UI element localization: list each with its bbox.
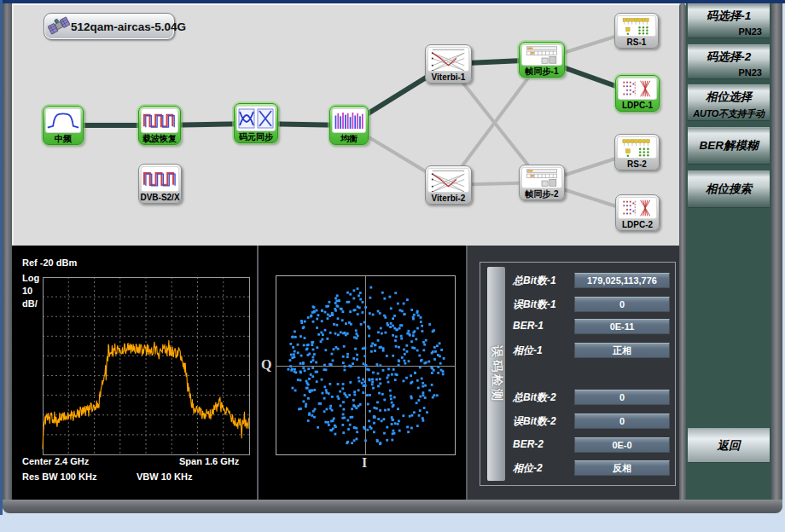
ber-row-value: 反相 <box>574 460 670 476</box>
node-frame-sync-2[interactable]: 帧同步-2 <box>519 165 565 200</box>
ber-row-phase-1: 相位-1 正相 <box>513 343 670 358</box>
button-label: 相位搜索 <box>688 171 770 197</box>
sidebar-button-code-select-2[interactable]: 码选择-2 PN23 <box>688 44 770 79</box>
node-equalizer[interactable]: 均衡 <box>329 106 369 145</box>
button-sub-label: AUTO不支持手动 <box>688 105 770 120</box>
ber-title-bar: 误码检测 <box>487 267 505 481</box>
button-label: BER解模糊 <box>688 128 770 153</box>
log-label: Log <box>22 273 39 283</box>
ber-row-label: BER-1 <box>513 320 544 332</box>
app-window: 512qam-aircas-5.04G 中频 载波恢复 码元同步 <box>0 0 785 532</box>
button-label: 返回 <box>688 429 770 454</box>
node-label: 码元同步 <box>239 131 273 142</box>
sidebar-button-code-select-1[interactable]: 码选择-1 PN23 <box>688 3 770 38</box>
trellis-icon <box>427 168 469 193</box>
vbw-label: VBW 10 KHz <box>137 471 192 482</box>
spectrum-panel: Ref -20 dBm Log 10 dB/ Center 2.4 GHz Sp… <box>12 246 257 500</box>
node-label: DVB-S2/X <box>140 192 179 203</box>
rbw-label: Res BW 100 KHz <box>22 471 96 482</box>
spectrum-trace <box>43 340 249 449</box>
node-label: RS-2 <box>627 159 647 170</box>
if-spectrum-icon <box>45 108 81 133</box>
node-label: 帧同步-1 <box>526 66 559 77</box>
node-label: Viterbi-2 <box>432 193 466 204</box>
signal-source-label: 512qam-aircas-5.04G <box>71 20 186 33</box>
button-sub-label: PN23 <box>688 65 770 78</box>
button-label: 码选择-2 <box>688 45 770 65</box>
node-label: 中频 <box>55 133 72 144</box>
span-label: Span 1.6 GHz <box>179 456 239 466</box>
q-axis-label: Q <box>261 357 271 373</box>
sidebar-button-phase-select[interactable]: 相位选择 AUTO不支持手动 <box>688 84 770 121</box>
center-freq-label: Center 2.4 GHz <box>22 456 89 466</box>
node-if[interactable]: 中频 <box>43 106 84 145</box>
sidebar-button-ber-deambiguity[interactable]: BER解模糊 <box>688 127 770 165</box>
node-rs-2[interactable]: RS-2 <box>614 134 660 171</box>
ber-row-ber-2: BER-2 0E-0 <box>513 437 670 453</box>
sidebar: 码选择-1 PN23 码选择-2 PN23 相位选择 AUTO不支持手动 BER… <box>686 3 771 500</box>
sidebar-frame-divider <box>679 3 686 500</box>
rs-decoder-icon <box>617 15 656 37</box>
i-axis-label: I <box>362 455 367 471</box>
sidebar-button-back[interactable]: 返回 <box>688 428 770 463</box>
ber-row-error-bits-2: 误Bit数-2 0 <box>513 413 670 429</box>
ber-row-error-bits-1: 误Bit数-1 0 <box>513 297 670 312</box>
eye-diagram-icon <box>236 106 276 131</box>
node-ldpc-2[interactable]: LDPC-2 <box>615 194 660 231</box>
node-label: 载波恢复 <box>142 133 177 144</box>
node-label: LDPC-2 <box>622 219 653 230</box>
node-viterbi-1[interactable]: Viterbi-1 <box>425 44 472 84</box>
node-ldpc-1[interactable]: LDPC-1 <box>615 75 660 112</box>
node-label: LDPC-1 <box>622 100 653 111</box>
frame-sync-icon <box>521 44 562 66</box>
window-frame-left <box>3 3 12 512</box>
ber-row-label: 相位-2 <box>513 461 543 476</box>
ber-row-value: 0 <box>574 390 670 405</box>
satellite-icon <box>48 15 70 38</box>
ber-row-label: 相位-1 <box>513 344 543 358</box>
per-div-label: dB/ <box>22 298 38 309</box>
node-label: 帧同步-2 <box>526 188 559 200</box>
button-label: 相位选择 <box>688 85 770 105</box>
window-frame-right <box>771 3 782 512</box>
ldpc-decoder-icon <box>618 197 657 219</box>
diagram-panel: 512qam-aircas-5.04G 中频 载波恢复 码元同步 <box>12 3 679 246</box>
ber-row-label: 误Bit数-2 <box>513 414 556 429</box>
node-label: RS-1 <box>627 37 647 48</box>
ber-row-total-bits-2: 总Bit数-2 0 <box>513 390 670 405</box>
ber-row-label: 误Bit数-1 <box>513 298 556 312</box>
ber-row-value: 0E-0 <box>574 437 670 453</box>
node-symbol-sync[interactable]: 码元同步 <box>234 103 278 143</box>
ber-row-label: 总Bit数-1 <box>513 274 556 288</box>
ber-row-value: 0 <box>574 413 670 429</box>
node-frame-sync-1[interactable]: 帧同步-1 <box>519 42 565 78</box>
ber-row-value: 179,025,113,776 <box>574 273 670 288</box>
node-label: 均衡 <box>340 133 358 144</box>
ber-row-phase-2: 相位-2 反相 <box>513 460 670 476</box>
ref-level-label: Ref -20 dBm <box>22 257 77 268</box>
sidebar-button-phase-search[interactable]: 相位搜索 <box>688 171 770 208</box>
ber-row-value: 0E-11 <box>574 319 670 334</box>
node-carrier-recovery[interactable]: 载波恢复 <box>138 106 181 145</box>
node-viterbi-2[interactable]: Viterbi-2 <box>425 165 472 205</box>
node-rs-1[interactable]: RS-1 <box>614 13 659 49</box>
ber-row-value: 正相 <box>574 343 670 358</box>
node-label: Viterbi-1 <box>432 72 466 83</box>
trellis-icon <box>427 47 469 72</box>
ber-title: 误码检测 <box>489 345 504 403</box>
ber-panel: 误码检测 总Bit数-1 179,025,113,776 误Bit数-1 0 B… <box>468 246 679 500</box>
scale-label: 10 <box>22 286 32 296</box>
node-dvb-s2x[interactable]: DVB-S2/X <box>138 164 182 204</box>
signal-source-button[interactable]: 512qam-aircas-5.04G <box>44 13 175 40</box>
button-label: 码选择-1 <box>688 4 770 24</box>
square-wave-icon <box>141 166 179 192</box>
ber-box: 误码检测 总Bit数-1 179,025,113,776 误Bit数-1 0 B… <box>480 262 676 486</box>
ber-row-label: BER-2 <box>513 438 544 450</box>
equalizer-bars-icon <box>332 108 366 133</box>
ber-row-total-bits-1: 总Bit数-1 179,025,113,776 <box>513 273 670 288</box>
ber-row-ber-1: BER-1 0E-11 <box>513 319 670 334</box>
square-wave-icon <box>141 108 178 133</box>
ber-row-label: 总Bit数-2 <box>513 390 556 405</box>
window-frame-bottom <box>3 500 782 513</box>
ber-row-value: 0 <box>574 297 670 312</box>
